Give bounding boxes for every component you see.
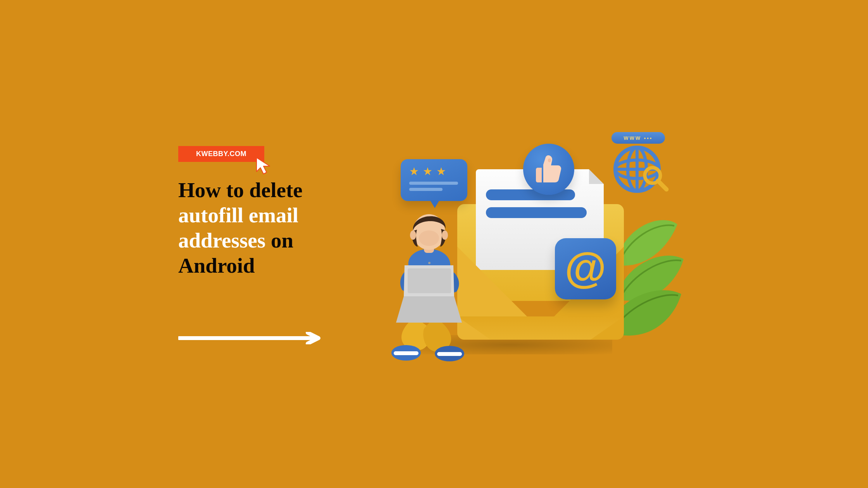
arrow-right-icon (178, 332, 326, 344)
svg-rect-14 (408, 268, 451, 293)
www-bar: WWW ••• (611, 132, 665, 144)
svg-rect-11 (394, 351, 418, 355)
review-bubble: ★ ★ ★ (401, 159, 467, 201)
cursor-icon (255, 157, 274, 175)
character: N (372, 208, 484, 363)
brand-tag: KWEBBY.COM (178, 146, 264, 162)
illustration: ★ ★ ★ @ WWW ••• (376, 138, 686, 355)
review-line (409, 188, 443, 191)
www-text: WWW ••• (623, 135, 653, 141)
star-icon: ★ (409, 166, 419, 177)
svg-point-2 (548, 158, 551, 162)
svg-point-19 (442, 230, 448, 240)
svg-point-20 (419, 230, 439, 246)
svg-line-9 (658, 181, 666, 189)
star-icon: ★ (423, 166, 432, 177)
globe-widget: WWW ••• (613, 137, 661, 195)
letter-line (486, 207, 587, 218)
svg-marker-0 (257, 158, 270, 174)
thumb-up-badge (523, 144, 574, 195)
hero-card: KWEBBY.COM How to delete autofill email … (136, 76, 732, 412)
star-row: ★ ★ ★ (409, 166, 459, 177)
brand-label: KWEBBY.COM (196, 150, 246, 158)
at-tile: @ (555, 238, 616, 299)
svg-rect-13 (437, 352, 462, 356)
magnifier-icon (642, 165, 670, 192)
svg-point-15 (428, 262, 431, 264)
headline: How to delete autofill email addresses o… (178, 178, 364, 278)
star-icon: ★ (436, 166, 446, 177)
headline-part1: How to delete (178, 178, 303, 202)
at-icon: @ (565, 243, 606, 292)
review-line (409, 182, 458, 185)
thumb-up-icon (535, 155, 563, 184)
svg-point-18 (410, 230, 416, 240)
